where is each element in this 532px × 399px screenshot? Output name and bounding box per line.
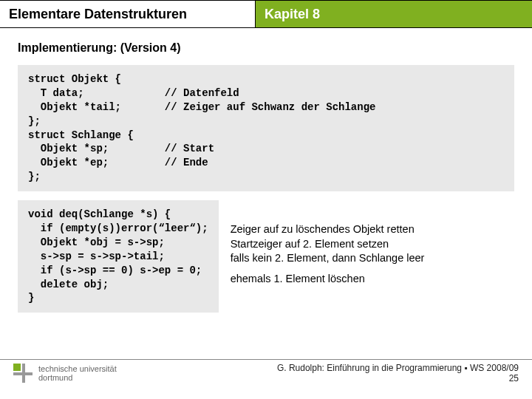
slide-footer: technische universität dortmund G. Rudol… xyxy=(0,359,532,392)
university-logo: technische universität dortmund xyxy=(13,364,117,383)
code-block-structs: struct Objekt { T data; // Datenfeld Obj… xyxy=(18,65,514,191)
credit-line: G. Rudolph: Einführung in die Programmie… xyxy=(277,363,519,373)
slide-header: Elementare Datenstrukturen Kapitel 8 xyxy=(0,0,532,28)
row-deq: void deq(Schlange *s) { if (empty(s))err… xyxy=(18,200,514,313)
page-number: 25 xyxy=(277,373,519,383)
svg-rect-2 xyxy=(13,372,33,375)
uni-name-2: dortmund xyxy=(38,373,117,382)
header-title-right: Kapitel 8 xyxy=(255,1,532,27)
annotation-notes: Zeiger auf zu löschendes Objekt retten S… xyxy=(231,200,425,286)
header-title-left: Elementare Datenstrukturen xyxy=(0,1,255,27)
note-line-1: Zeiger auf zu löschendes Objekt retten xyxy=(231,222,425,237)
svg-rect-0 xyxy=(13,364,21,371)
uni-name-1: technische universität xyxy=(38,364,117,373)
note-line-2: Startzeiger auf 2. Element setzen xyxy=(231,237,425,252)
footer-divider xyxy=(0,359,532,360)
slide-content: Implementierung: (Version 4) struct Obje… xyxy=(0,28,532,313)
note-line-4: ehemals 1. Element löschen xyxy=(231,272,425,287)
credit-block: G. Rudolph: Einführung in die Programmie… xyxy=(277,363,519,383)
logo-text: technische universität dortmund xyxy=(38,364,117,382)
note-line-3: falls kein 2. Element, dann Schlange lee… xyxy=(231,251,425,266)
tu-logo-icon xyxy=(13,364,33,383)
code-block-deq: void deq(Schlange *s) { if (empty(s))err… xyxy=(18,200,219,313)
subtitle: Implementierung: (Version 4) xyxy=(18,41,514,55)
